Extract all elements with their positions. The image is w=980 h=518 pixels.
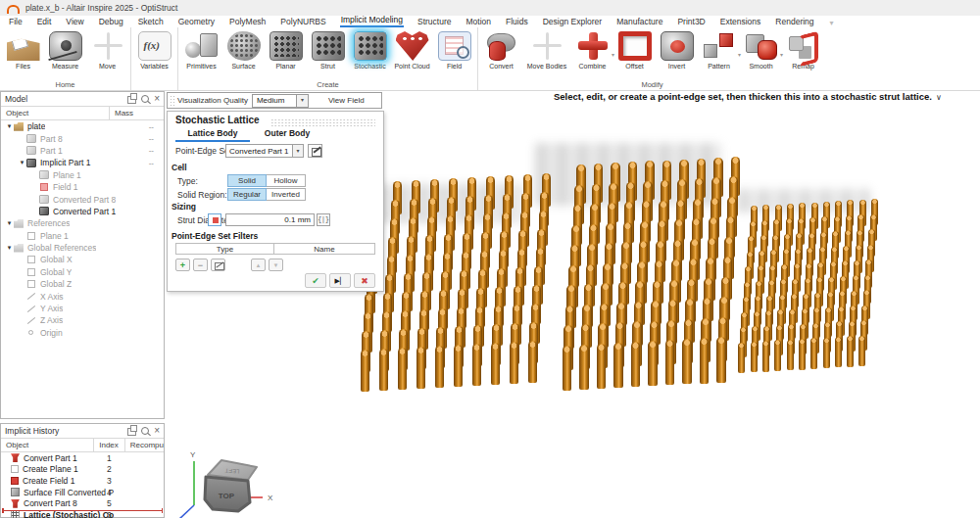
close-icon[interactable]: ×	[154, 427, 160, 435]
dialog-drag-handle[interactable]	[270, 118, 375, 126]
tree-item-origin[interactable]: Origin	[1, 327, 164, 339]
solid-region-regular-button[interactable]: Regular	[227, 188, 267, 201]
edit-filter-button[interactable]	[211, 259, 225, 271]
column-object[interactable]: Object	[1, 109, 109, 118]
solid-region-inverted-button[interactable]: Inverted	[267, 188, 306, 201]
drag-handle-icon[interactable]	[170, 95, 174, 106]
field-link-button[interactable]	[208, 213, 221, 226]
history-item-surface-fill-converted-part-1[interactable]: Surface Fill Converted Part 14	[1, 487, 164, 498]
menu-item-debug[interactable]: Debug	[98, 17, 124, 27]
ok-button[interactable]: ✔	[305, 273, 326, 288]
ribbon-tool-pattern[interactable]: Pattern▾	[698, 27, 740, 80]
menu-item-geometry[interactable]: Geometry	[177, 17, 216, 27]
cancel-button[interactable]: ✖	[354, 273, 375, 288]
move-down-button[interactable]: ▼	[269, 259, 283, 271]
menu-item-manufacture[interactable]: Manufacture	[615, 17, 663, 27]
float-panel-icon[interactable]	[127, 428, 136, 436]
tree-item-plane-1[interactable]: Plane 1	[1, 230, 164, 242]
ribbon-tool-stochastic[interactable]: Stochastic	[349, 27, 391, 80]
expand-arrow-icon[interactable]: ▾	[5, 219, 14, 227]
ribbon-tool-point-cloud[interactable]: Point Cloud	[391, 27, 433, 80]
tree-item-converted-part-8[interactable]: Converted Part 8	[1, 193, 164, 205]
menu-item-rendering[interactable]: Rendering	[774, 17, 814, 27]
tree-item-part-8[interactable]: Part 8--	[1, 132, 164, 144]
ribbon-tool-files[interactable]: Files	[2, 27, 44, 80]
type-hollow-button[interactable]: Hollow	[267, 174, 306, 187]
menu-item-design-explorer[interactable]: Design Explorer	[542, 17, 603, 27]
ribbon-tool-field[interactable]: Field	[433, 27, 475, 80]
close-icon[interactable]: ×	[154, 95, 160, 103]
tree-item-global-y[interactable]: Global Y	[1, 266, 164, 278]
float-panel-icon[interactable]	[127, 96, 136, 104]
tree-item-converted-part-1[interactable]: Converted Part 1	[1, 206, 164, 217]
ribbon-tool-move-bodies[interactable]: Move Bodies	[522, 27, 571, 80]
expand-arrow-icon[interactable]: ▾	[18, 159, 26, 166]
history-item-convert-part-8[interactable]: Convert Part 85	[1, 497, 164, 509]
ribbon-tool-convert[interactable]: Convert	[480, 27, 522, 80]
remove-filter-button[interactable]: −	[193, 259, 208, 271]
expression-editor-icon[interactable]: {|}	[317, 213, 330, 226]
apply-next-button[interactable]: ▶▏	[329, 273, 351, 288]
tree-item-part-1[interactable]: Part 1--	[1, 145, 164, 157]
edit-point-edge-set-button[interactable]	[308, 144, 322, 158]
menu-item-edit[interactable]: Edit	[36, 17, 53, 27]
history-item-create-plane-1[interactable]: Create Plane 12	[1, 464, 164, 476]
tree-item-plate[interactable]: ▾plate--	[1, 120, 164, 132]
menu-item-extensions[interactable]: Extensions	[719, 17, 762, 27]
menu-item-file[interactable]: File	[8, 17, 24, 27]
menu-item-fluids[interactable]: Fluids	[505, 17, 529, 27]
column-index[interactable]: Index	[93, 439, 124, 451]
tree-item-global-references[interactable]: ▾Global References	[1, 242, 164, 254]
tree-item-x-axis[interactable]: X Axis	[1, 290, 164, 302]
visualization-quality-select[interactable]: Medium ▾	[252, 94, 309, 108]
move-up-button[interactable]: ▲	[251, 259, 266, 271]
expand-arrow-icon[interactable]: ▾	[5, 244, 14, 252]
ribbon-tool-primitives[interactable]: Primitives	[180, 27, 222, 80]
tree-item-plane-1[interactable]: Plane 1	[1, 169, 164, 181]
tab-lattice-body[interactable]: Lattice Body	[175, 128, 250, 142]
menu-item-polymesh[interactable]: PolyMesh	[228, 17, 267, 27]
expand-arrow-icon[interactable]: ▾	[5, 122, 14, 130]
menu-item-sketch[interactable]: Sketch	[137, 17, 165, 27]
filter-column-type[interactable]: Type	[175, 243, 273, 255]
search-icon[interactable]	[141, 95, 149, 103]
tree-item-global-z[interactable]: Global Z	[1, 278, 164, 290]
tree-item-y-axis[interactable]: Y Axis	[1, 303, 164, 314]
tree-item-references[interactable]: ▾References	[1, 217, 164, 229]
ribbon-tool-smooth[interactable]: Smooth▾	[740, 27, 782, 80]
menu-item-structure[interactable]: Structure	[416, 17, 453, 27]
ribbon-tool-offset[interactable]: Offset	[613, 27, 656, 80]
view-cube[interactable]: Y X LEFT TOP	[165, 446, 289, 518]
view-field-button[interactable]: View Field	[324, 95, 368, 106]
ribbon-tool-combine[interactable]: Combine▾	[571, 27, 613, 80]
history-item-convert-part-1[interactable]: Convert Part 11	[1, 452, 164, 464]
ribbon-tool-planar[interactable]: Planar	[265, 27, 307, 80]
strut-diameter-input[interactable]: 0.1 mm	[225, 213, 315, 226]
ribbon-tool-surface[interactable]: Surface	[222, 27, 265, 80]
history-item-create-field-1[interactable]: Create Field 13	[1, 475, 164, 487]
tree-item-z-axis[interactable]: Z Axis	[1, 314, 164, 326]
ribbon-tool-remap[interactable]: Remap	[782, 27, 824, 80]
ribbon-tool-invert[interactable]: Invert	[656, 27, 698, 80]
column-recompute[interactable]: Recompu	[124, 439, 164, 451]
menu-item-motion[interactable]: Motion	[465, 17, 492, 27]
filter-column-name[interactable]: Name	[273, 243, 375, 255]
menu-item-implicit-modeling[interactable]: Implicit Modeling	[340, 15, 404, 27]
type-solid-button[interactable]: Solid	[227, 174, 267, 187]
ribbon-tool-measure[interactable]: Measure	[44, 27, 86, 80]
ribbon-tool-variables[interactable]: Variables	[133, 27, 175, 80]
tree-item-implicit-part-1[interactable]: ▾Implicit Part 1--	[1, 157, 164, 168]
column-object[interactable]: Object	[1, 441, 93, 449]
add-filter-button[interactable]: +	[175, 259, 190, 271]
column-mass[interactable]: Mass	[109, 107, 164, 119]
menu-item-view[interactable]: View	[65, 17, 84, 27]
history-position-marker[interactable]	[2, 510, 163, 511]
ribbon-tool-strut[interactable]: Strut	[307, 27, 349, 80]
prompt-collapse-icon[interactable]: ∨	[936, 93, 942, 102]
tree-item-global-x[interactable]: Global X	[1, 254, 164, 265]
ribbon-tool-move[interactable]: Move	[86, 27, 128, 80]
tab-outer-body[interactable]: Outer Body	[250, 128, 324, 142]
menu-item-print3d[interactable]: Print3D	[676, 17, 706, 27]
menu-item-polynurbs[interactable]: PolyNURBS	[279, 17, 326, 27]
menu-overflow-icon[interactable]: ▾	[830, 19, 834, 27]
